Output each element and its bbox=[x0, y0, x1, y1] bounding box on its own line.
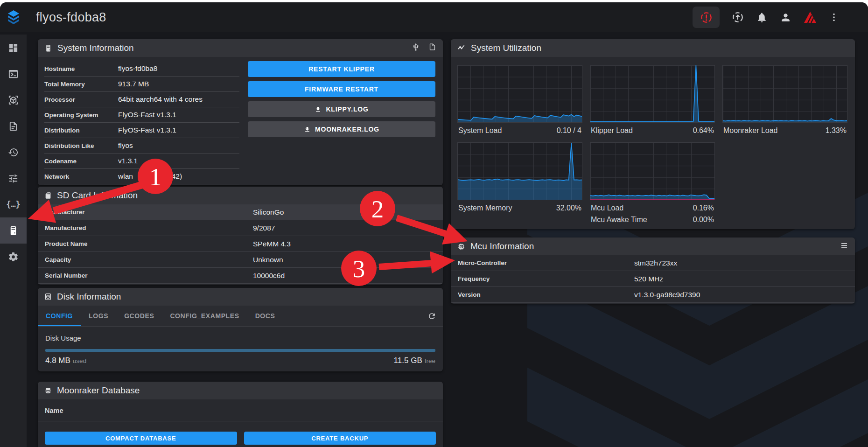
sidebar-nav: {…} bbox=[0, 35, 27, 447]
tab-config[interactable]: CONFIG bbox=[38, 306, 81, 326]
sidebar-item-gcode-files[interactable] bbox=[0, 113, 27, 139]
panel-title: Moonraker Database bbox=[57, 385, 140, 396]
table-row: Manufactured9/2087 bbox=[38, 220, 443, 236]
sidebar-item-config-braces[interactable]: {…} bbox=[0, 191, 27, 217]
sidebar-item-settings[interactable] bbox=[0, 244, 27, 270]
table-row: Processor64bit aarch64 with 4 cores bbox=[44, 92, 239, 107]
panel-title: Disk Information bbox=[57, 292, 121, 302]
sidebar-item-console[interactable] bbox=[0, 61, 27, 87]
system-utilization-panel: System Utilization System Load0.10 / 4 K… bbox=[451, 39, 855, 229]
table-row-network: Networkwlan101.142) bbox=[44, 169, 239, 184]
system-action-buttons: RESTART KLIPPER FIRMWARE RESTART KLIPPY.… bbox=[248, 61, 435, 184]
moonraker-log-button[interactable]: MOONRAKER.LOG bbox=[248, 121, 435, 137]
tab-docs[interactable]: DOCS bbox=[247, 306, 283, 326]
account-user-icon[interactable] bbox=[780, 12, 791, 23]
system-memory-chart bbox=[457, 142, 582, 200]
page-title: flyos-fdoba8 bbox=[36, 10, 106, 25]
chart-label: Moonraker Load bbox=[723, 126, 778, 135]
system-information-panel: System Information Hostnameflyos-fd0ba8 … bbox=[38, 39, 443, 185]
sidebar-item-machine[interactable] bbox=[0, 217, 27, 244]
notifications-bell-icon[interactable] bbox=[756, 12, 768, 23]
database-name-column-header: Name bbox=[38, 399, 443, 421]
hard-disk-icon bbox=[44, 293, 52, 300]
table-row: Frequency520 MHz bbox=[451, 271, 855, 287]
chart-value: 0.10 / 4 bbox=[557, 126, 581, 135]
disk-tabs: CONFIG LOGS GCODES CONFIG_EXAMPLES DOCS bbox=[38, 306, 443, 327]
moonraker-database-header: Moonraker Database bbox=[38, 382, 443, 399]
create-backup-button[interactable]: CREATE BACKUP bbox=[244, 432, 436, 445]
app-logo[interactable] bbox=[0, 2, 27, 32]
tab-config-examples[interactable]: CONFIG_EXAMPLES bbox=[162, 306, 247, 326]
window-top-edge bbox=[47, 0, 835, 2]
table-row: Distribution Likeflyos bbox=[44, 138, 239, 154]
panel-title: System Information bbox=[57, 43, 134, 53]
klippy-log-button[interactable]: KLIPPY.LOG bbox=[248, 101, 435, 117]
fly-brand-icon[interactable] bbox=[804, 11, 817, 23]
app-window: flyos-fdoba8 bbox=[0, 2, 868, 447]
chart-line-icon bbox=[457, 44, 466, 52]
panel-title: Mcu Information bbox=[470, 241, 534, 251]
file-log-icon[interactable] bbox=[428, 43, 436, 53]
emergency-stop-button[interactable] bbox=[693, 7, 720, 28]
panel-title: System Utilization bbox=[471, 43, 541, 53]
sidebar-item-history[interactable] bbox=[0, 139, 27, 165]
refresh-icon[interactable] bbox=[427, 306, 436, 326]
disk-used-value: 4.8 MB bbox=[45, 356, 70, 365]
disk-information-header: Disk Information bbox=[38, 288, 443, 306]
chart-label: System Load bbox=[458, 126, 502, 135]
pc-tower-icon bbox=[44, 44, 52, 52]
table-row: Codenamev1.3.1 bbox=[44, 154, 239, 169]
fly-logo-icon bbox=[5, 9, 22, 26]
table-row: CapacityUnknown bbox=[38, 252, 443, 268]
table-row: Operating SystemFlyOS-Fast v1.3.1 bbox=[44, 107, 239, 123]
system-information-table: Hostnameflyos-fd0ba8 Total Memory913.7 M… bbox=[44, 61, 239, 184]
klipper-load-chart bbox=[590, 65, 715, 123]
chart-label: Mcu Awake Time bbox=[591, 215, 647, 224]
table-row: Versionv1.3.0-ga98c9d7390 bbox=[451, 287, 855, 303]
braces-icon: {…} bbox=[6, 200, 21, 209]
system-load-chart bbox=[457, 65, 582, 123]
sidebar-item-tune[interactable] bbox=[0, 165, 27, 191]
disk-free-value: 11.5 GB bbox=[394, 356, 422, 365]
table-row: Micro-Controllerstm32h723xx bbox=[451, 255, 855, 271]
table-row: Hostnameflyos-fd0ba8 bbox=[44, 61, 239, 77]
chart-label: Klipper Load bbox=[591, 126, 633, 135]
moonraker-database-panel: Moonraker Database Name COMPACT DATABASE… bbox=[38, 382, 443, 447]
chip-icon bbox=[457, 243, 465, 251]
top-bar: flyos-fdoba8 bbox=[0, 2, 868, 32]
chart-value: 0.16% bbox=[693, 203, 714, 213]
disk-usage-label: Disk Usage bbox=[45, 334, 435, 342]
table-row: DistributionFlyOS-Fast v1.3.1 bbox=[44, 123, 239, 138]
usb-icon[interactable] bbox=[412, 43, 420, 54]
upload-target-icon[interactable] bbox=[732, 11, 744, 23]
sd-card-header: SD Card Information bbox=[38, 187, 443, 204]
chart-value: 1.33% bbox=[826, 126, 847, 135]
hamburger-menu-icon[interactable] bbox=[840, 241, 848, 252]
kebab-menu-icon[interactable] bbox=[829, 12, 839, 22]
disk-usage-bar bbox=[45, 349, 435, 352]
mcu-information-panel: Mcu Information Micro-Controllerstm32h72… bbox=[451, 237, 855, 304]
download-icon bbox=[315, 106, 322, 113]
tab-gcodes[interactable]: GCODES bbox=[116, 306, 162, 326]
restart-klipper-button[interactable]: RESTART KLIPPER bbox=[248, 61, 435, 77]
tab-logs[interactable]: LOGS bbox=[81, 306, 116, 326]
utilization-charts: System Load0.10 / 4 Klipper Load0.64% Mo… bbox=[451, 57, 855, 229]
topbar-actions bbox=[693, 7, 868, 28]
sidebar-item-dashboard[interactable] bbox=[0, 35, 27, 61]
sd-card-panel: SD Card Information ManufacturerSiliconG… bbox=[38, 187, 443, 285]
mcu-load-chart bbox=[590, 142, 715, 200]
emergency-stop-icon bbox=[700, 11, 713, 24]
table-row: Total Memory913.7 MB bbox=[44, 77, 239, 92]
database-buttons: COMPACT DATABASE CREATE BACKUP bbox=[38, 421, 443, 447]
sidebar-item-printer-preview[interactable] bbox=[0, 87, 27, 113]
chart-value: 32.00% bbox=[556, 203, 581, 213]
compact-database-button[interactable]: COMPACT DATABASE bbox=[45, 432, 237, 445]
firmware-restart-button[interactable]: FIRMWARE RESTART bbox=[248, 81, 435, 97]
system-information-body: Hostnameflyos-fd0ba8 Total Memory913.7 M… bbox=[38, 57, 443, 184]
database-icon bbox=[44, 387, 52, 394]
moonraker-load-chart bbox=[722, 65, 847, 123]
disk-usage-section: Disk Usage 4.8 MBused 11.5 GBfree bbox=[38, 327, 443, 365]
system-utilization-header: System Utilization bbox=[451, 39, 855, 57]
table-row: Product NameSPeMM 4.3 bbox=[38, 236, 443, 252]
table-row: Serial Number10000c6d bbox=[38, 268, 443, 284]
